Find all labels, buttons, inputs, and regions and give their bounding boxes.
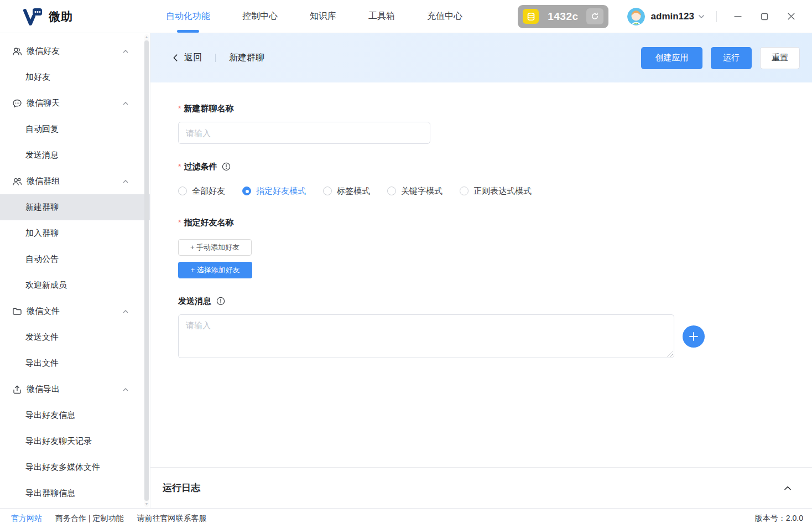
- group-name-label-text: 新建群聊名称: [184, 103, 233, 114]
- sidebar-item-send-file[interactable]: 发送文件: [0, 324, 150, 350]
- sidebar-item-add-friend[interactable]: 加好友: [0, 64, 150, 90]
- window-maximize-button[interactable]: [751, 6, 778, 28]
- radio-circle: [387, 187, 396, 195]
- sidebar: 微信好友 加好友 微信聊天 自动回复 发送消息 微信群组 新建群聊 加入群聊 自…: [0, 33, 150, 508]
- sidebar-item-welcome-new-members[interactable]: 欢迎新成员: [0, 272, 150, 298]
- radio-circle: [460, 187, 469, 195]
- filter-condition-label-text: 过滤条件: [184, 162, 217, 172]
- group-icon: [12, 177, 22, 187]
- nav-tab-automation[interactable]: 自动化功能: [166, 0, 210, 33]
- sidebar-group-wechat-groups[interactable]: 微信群组: [0, 168, 150, 194]
- user-menu-chevron-down-icon[interactable]: [698, 13, 705, 20]
- sidebar-item-export-group-chat-info[interactable]: 导出群聊信息: [0, 480, 150, 506]
- message-textarea-wrap: [178, 314, 674, 358]
- add-message-button[interactable]: [683, 325, 705, 348]
- sidebar-menu: 微信好友 加好友 微信聊天 自动回复 发送消息 微信群组 新建群聊 加入群聊 自…: [0, 33, 150, 506]
- sidebar-item-send-message[interactable]: 发送消息: [0, 142, 150, 168]
- window-close-button[interactable]: [778, 6, 804, 28]
- required-asterisk: *: [178, 218, 181, 227]
- page-header: 返回 新建群聊 创建应用 运行 重置: [150, 33, 812, 82]
- specified-friend-names-label: * 指定好友名称: [178, 217, 812, 228]
- run-button[interactable]: 运行: [711, 47, 752, 69]
- radio-all-friends[interactable]: 全部好友: [178, 186, 225, 196]
- user-avatar[interactable]: [627, 8, 645, 25]
- chevron-up-icon: [122, 48, 129, 55]
- sidebar-item-export-friend-media-files[interactable]: 导出好友多媒体文件: [0, 454, 150, 480]
- radio-circle: [242, 187, 251, 195]
- main-nav: 自动化功能 控制中心 知识库 工具箱 充值中心: [166, 0, 462, 33]
- scrollbar-down-arrow-icon[interactable]: ▼: [144, 502, 149, 506]
- send-message-label: 发送消息: [178, 296, 812, 307]
- coin-icon: [523, 9, 539, 24]
- sidebar-group-label: 微信文件: [27, 306, 60, 317]
- header-actions: 创建应用 运行 重置: [641, 47, 800, 69]
- refresh-credits-button[interactable]: [586, 8, 603, 24]
- manual-add-friend-button[interactable]: + 手动添加好友: [178, 239, 252, 256]
- app-title: 微助: [49, 9, 73, 24]
- message-textarea[interactable]: [178, 314, 674, 358]
- run-log-title: 运行日志: [163, 482, 200, 494]
- radio-circle: [323, 187, 332, 195]
- users-icon: [12, 46, 22, 56]
- sidebar-item-export-friend-chat-history[interactable]: 导出好友聊天记录: [0, 428, 150, 454]
- required-asterisk: *: [178, 104, 181, 113]
- required-asterisk: *: [178, 162, 181, 171]
- nav-tab-knowledge-base[interactable]: 知识库: [310, 0, 336, 33]
- radio-label: 全部好友: [192, 186, 225, 196]
- filter-mode-radio-group: 全部好友 指定好友模式 标签模式 关键字模式 正则表达式模式: [178, 185, 812, 196]
- sidebar-scrollbar[interactable]: ▲ ▼: [144, 34, 149, 507]
- chevron-up-icon: [122, 308, 129, 315]
- window-minimize-button[interactable]: [725, 6, 751, 28]
- back-label: 返回: [184, 52, 202, 64]
- sidebar-item-export-friend-info[interactable]: 导出好友信息: [0, 402, 150, 428]
- title-bar: 微助 自动化功能 控制中心 知识库 工具箱 充值中心 1432c: [0, 0, 812, 33]
- back-chevron-icon: [171, 54, 180, 62]
- chat-icon: [12, 99, 22, 108]
- sidebar-item-join-group-chat[interactable]: 加入群聊: [0, 220, 150, 246]
- nav-tab-toolbox[interactable]: 工具箱: [368, 0, 395, 33]
- radio-keyword-mode[interactable]: 关键字模式: [387, 186, 443, 196]
- radio-regex-mode[interactable]: 正则表达式模式: [460, 186, 532, 196]
- scrollbar-up-arrow-icon[interactable]: ▲: [144, 35, 149, 39]
- app-brand: 微助: [0, 7, 143, 27]
- info-icon[interactable]: [216, 297, 225, 306]
- back-button[interactable]: 返回: [171, 52, 202, 64]
- sidebar-item-auto-announcement[interactable]: 自动公告: [0, 246, 150, 272]
- radio-label: 标签模式: [337, 186, 370, 196]
- collapse-chevron-up-icon[interactable]: [783, 484, 792, 493]
- credits-amount: 1432c: [548, 11, 578, 23]
- group-name-label: * 新建群聊名称: [178, 103, 812, 114]
- select-add-friend-button[interactable]: + 选择添加好友: [178, 262, 252, 278]
- sidebar-group-wechat-files[interactable]: 微信文件: [0, 298, 150, 324]
- sidebar-group-label: 微信群组: [27, 176, 60, 187]
- credits-badge[interactable]: 1432c: [518, 5, 608, 28]
- official-website-link[interactable]: 官方网站: [11, 514, 42, 524]
- radio-tag-mode[interactable]: 标签模式: [323, 186, 370, 196]
- create-app-button[interactable]: 创建应用: [641, 47, 702, 69]
- nav-tab-control-center[interactable]: 控制中心: [242, 0, 278, 33]
- sidebar-group-label: 微信聊天: [27, 98, 60, 108]
- business-cooperation-text: 商务合作 | 定制功能: [55, 514, 123, 524]
- sidebar-item-auto-reply[interactable]: 自动回复: [0, 116, 150, 142]
- radio-label: 指定好友模式: [256, 186, 306, 196]
- group-name-input[interactable]: [178, 122, 430, 144]
- sidebar-group-label: 微信导出: [27, 384, 60, 395]
- sidebar-group-wechat-chat[interactable]: 微信聊天: [0, 90, 150, 116]
- folder-icon: [12, 307, 22, 317]
- footer: 官方网站 商务合作 | 定制功能 请前往官网联系客服 版本号：2.0.0: [0, 508, 812, 528]
- sidebar-scrollbar-thumb[interactable]: [144, 40, 149, 501]
- sidebar-item-create-group-chat[interactable]: 新建群聊: [0, 194, 150, 220]
- radio-circle: [178, 187, 187, 195]
- sidebar-item-export-file[interactable]: 导出文件: [0, 350, 150, 376]
- nav-tab-recharge-center[interactable]: 充值中心: [427, 0, 462, 33]
- run-log-panel: 运行日志: [150, 467, 812, 508]
- sidebar-group-wechat-export[interactable]: 微信导出: [0, 376, 150, 402]
- sidebar-group-wechat-friends[interactable]: 微信好友: [0, 38, 150, 64]
- specified-friend-names-label-text: 指定好友名称: [184, 218, 233, 228]
- version-label: 版本号：2.0.0: [755, 514, 803, 524]
- info-icon[interactable]: [222, 162, 231, 171]
- reset-button[interactable]: 重置: [760, 47, 800, 69]
- export-icon: [12, 385, 22, 395]
- radio-specified-friends-mode[interactable]: 指定好友模式: [242, 186, 306, 196]
- main-content: 返回 新建群聊 创建应用 运行 重置 * 新建群聊名称 * 过滤条件 全部好友: [150, 33, 812, 508]
